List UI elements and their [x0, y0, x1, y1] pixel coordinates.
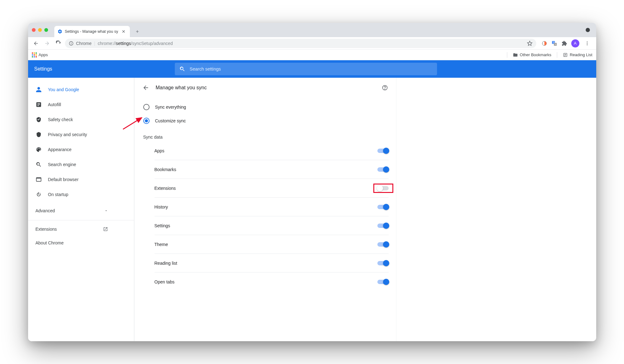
sidebar-item-on-startup[interactable]: On startup: [28, 187, 134, 202]
toggle-label: History: [155, 204, 168, 209]
extensions-area: 文A A: [538, 39, 593, 47]
bookmarks-bar: Apps Other Bookmarks Reading List: [28, 50, 596, 60]
divider: [507, 52, 507, 58]
sidebar-item-autofill[interactable]: Autofill: [28, 97, 134, 112]
toggle-label: Open tabs: [155, 279, 175, 284]
new-tab-button[interactable]: [133, 27, 142, 36]
svg-point-8: [587, 44, 587, 45]
sidebar-item-search-engine[interactable]: Search engine: [28, 157, 134, 172]
sidebar-item-label: Safety check: [48, 117, 73, 122]
toggle-switch[interactable]: [377, 261, 389, 265]
content-area: Sync everything Customize sync Sync data…: [135, 98, 396, 299]
sidebar-item-label: Autofill: [48, 102, 61, 107]
toggle-switch[interactable]: [377, 167, 389, 172]
radio-customize-sync[interactable]: Customize sync: [142, 114, 389, 128]
reading-list-button[interactable]: Reading List: [563, 52, 592, 57]
sync-data-heading: Sync data: [143, 135, 389, 140]
sidebar-advanced-toggle[interactable]: Advanced: [28, 203, 115, 218]
sync-toggle-row-bookmarks: Bookmarks: [155, 160, 389, 179]
sidebar-extensions-link[interactable]: Extensions: [28, 222, 115, 236]
chevron-down-icon: [104, 209, 108, 213]
svg-point-0: [586, 28, 590, 32]
svg-point-14: [385, 89, 385, 89]
power-icon: [36, 191, 42, 198]
site-info-icon[interactable]: [69, 41, 74, 46]
search-settings-box[interactable]: [175, 63, 437, 75]
window-controls: [32, 28, 48, 32]
bookmark-star-icon[interactable]: [527, 41, 533, 46]
reload-button[interactable]: [54, 39, 63, 48]
search-icon: [36, 161, 42, 168]
browser-window: Settings - Manage what you sy ✕ Chrome: [28, 23, 596, 341]
extension-icon-1[interactable]: [541, 40, 548, 47]
incognito-indicator-icon: [585, 27, 591, 33]
main-wrap: Manage what you sync Sync everything Cus…: [134, 78, 596, 341]
sync-toggle-row-reading-list: Reading list: [155, 254, 389, 273]
toggle-switch[interactable]: [377, 242, 389, 247]
shield-check-icon: [36, 116, 42, 123]
settings-sidebar: You and GoogleAutofillSafety checkPrivac…: [28, 78, 134, 341]
toggle-switch[interactable]: [377, 224, 389, 228]
svg-text:文: 文: [553, 41, 554, 43]
sidebar-about-link[interactable]: About Chrome: [28, 236, 115, 250]
titlebar: Settings - Manage what you sy ✕: [28, 23, 596, 37]
browser-toolbar: Chrome | chrome://settings/syncSetup/adv…: [28, 37, 596, 50]
other-bookmarks-folder[interactable]: Other Bookmarks: [513, 52, 551, 57]
browser-menu-button[interactable]: [583, 39, 591, 47]
extensions-puzzle-icon[interactable]: [561, 40, 567, 47]
toggle-label: Reading list: [155, 261, 177, 266]
minimize-window-button[interactable]: [38, 28, 42, 32]
browser-tab[interactable]: Settings - Manage what you sy ✕: [54, 26, 130, 37]
sync-toggle-row-settings: Settings: [155, 216, 389, 235]
svg-point-6: [587, 42, 587, 42]
search-settings-input[interactable]: [190, 66, 433, 71]
help-button[interactable]: [381, 84, 389, 91]
sidebar-item-label: On startup: [48, 192, 68, 197]
sync-toggle-row-open-tabs: Open tabs: [155, 273, 389, 291]
svg-text:A: A: [555, 43, 556, 45]
profile-avatar[interactable]: A: [571, 39, 579, 47]
close-window-button[interactable]: [32, 28, 36, 32]
sidebar-item-label: Search engine: [48, 162, 76, 167]
toggle-label: Bookmarks: [155, 167, 176, 172]
radio-label: Customize sync: [155, 118, 186, 123]
settings-app-title: Settings: [34, 66, 175, 72]
page-back-button[interactable]: [142, 84, 150, 91]
settings-header: Settings: [28, 60, 596, 78]
toggle-switch[interactable]: [377, 205, 389, 209]
sync-toggle-list: AppsBookmarksExtensionsHistorySettingsTh…: [155, 141, 389, 291]
sync-toggle-row-apps: Apps: [155, 141, 389, 160]
toggle-switch[interactable]: [377, 280, 389, 284]
sidebar-item-privacy-and-security[interactable]: Privacy and security: [28, 127, 134, 142]
tab-title: Settings - Manage what you sy: [65, 29, 118, 34]
person-icon: [36, 86, 42, 93]
tab-favicon-settings-icon: [57, 29, 62, 34]
toggle-switch[interactable]: [377, 149, 389, 153]
page-header: Manage what you sync: [135, 78, 396, 98]
palette-icon: [36, 146, 42, 153]
sidebar-item-default-browser[interactable]: Default browser: [28, 172, 134, 187]
sidebar-item-safety-check[interactable]: Safety check: [28, 112, 134, 127]
maximize-window-button[interactable]: [44, 28, 48, 32]
sidebar-item-label: Default browser: [48, 177, 79, 182]
main-panel: Manage what you sync Sync everything Cus…: [134, 78, 396, 341]
sidebar-item-label: Privacy and security: [48, 132, 87, 137]
apps-shortcut[interactable]: Apps: [32, 52, 48, 57]
back-button[interactable]: [31, 39, 41, 48]
radio-sync-everything[interactable]: Sync everything: [142, 100, 389, 114]
apps-grid-icon: [32, 52, 37, 57]
sidebar-item-you-and-google[interactable]: You and Google: [28, 82, 134, 97]
extension-icon-translate[interactable]: 文A: [551, 40, 558, 47]
address-bar[interactable]: Chrome | chrome://settings/syncSetup/adv…: [65, 39, 536, 48]
search-icon: [179, 66, 185, 72]
svg-point-7: [587, 43, 587, 44]
sidebar-item-label: You and Google: [48, 87, 79, 92]
tab-close-button[interactable]: ✕: [120, 29, 127, 34]
forward-button[interactable]: [42, 39, 52, 48]
sidebar-item-appearance[interactable]: Appearance: [28, 142, 134, 157]
radio-button[interactable]: [143, 118, 150, 124]
divider: [28, 220, 134, 220]
toggle-switch[interactable]: [377, 186, 389, 190]
toggle-label: Apps: [155, 148, 165, 153]
radio-button[interactable]: [143, 104, 150, 110]
